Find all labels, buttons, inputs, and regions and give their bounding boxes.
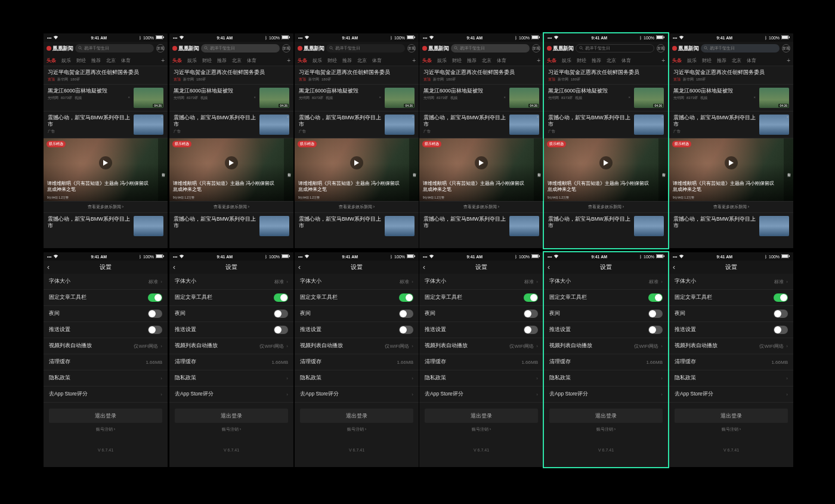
side-strip-label[interactable]: 首察 <box>409 138 419 201</box>
brand-logo[interactable]: 凰凰新闻 <box>422 45 449 52</box>
back-icon[interactable]: ‹ <box>548 263 550 271</box>
add-tab-icon[interactable]: + <box>537 57 540 64</box>
brand-logo[interactable]: 凰凰新闻 <box>47 45 73 52</box>
tab-headlines[interactable]: 头条 <box>422 57 432 64</box>
row-privacy-policy[interactable]: 隐私政策 › <box>44 370 168 386</box>
toggle-fixed-toolbar[interactable] <box>399 293 413 302</box>
article-item[interactable]: 黑龙江6000亩林地疑被毁 光明网 8373评 视频 × 04:26 <box>669 84 793 111</box>
row-autoplay[interactable]: 视频列表自动播放 仅WIFI网络 › <box>295 338 419 354</box>
row-privacy-policy[interactable]: 隐私政策 › <box>669 370 793 386</box>
row-autoplay[interactable]: 视频列表自动播放 仅WIFI网络 › <box>44 338 168 354</box>
back-icon[interactable]: ‹ <box>298 263 301 271</box>
play-icon[interactable] <box>99 156 112 169</box>
featured-video[interactable]: 娱乐精选 谭维维献唱《只有芸知道》主题曲 冯小刚保留叹息成神来之笔 9分钟前 1… <box>44 138 168 201</box>
row-clear-cache[interactable]: 清理缓存 1.66MB <box>669 354 793 370</box>
top-article[interactable]: 习近平电贺金正恩再次任朝鲜国务委员 置顶 新华网 180评 <box>295 66 419 84</box>
more-entertainment-link[interactable]: 查看更多娱乐新闻 › <box>669 201 793 212</box>
toggle-push[interactable] <box>648 326 663 334</box>
brand-logo[interactable]: 凰凰新闻 <box>298 45 324 52</box>
tab-finance[interactable]: 财经 <box>577 57 586 64</box>
toggle-push[interactable] <box>774 326 788 334</box>
article-item[interactable]: 黑龙江6000亩林地疑被毁 光明网 8373评 视频 × 04:26 <box>544 84 668 111</box>
discover-button[interactable]: 发现 <box>532 44 540 52</box>
toggle-fixed-toolbar[interactable] <box>774 293 788 302</box>
discover-button[interactable]: 发现 <box>282 44 290 52</box>
tab-headlines[interactable]: 头条 <box>47 57 56 64</box>
brand-logo[interactable]: 凰凰新闻 <box>172 45 199 52</box>
row-clear-cache[interactable]: 清理缓存 1.66MB <box>544 354 668 370</box>
tab-headlines[interactable]: 头条 <box>172 57 182 64</box>
close-icon[interactable]: × <box>128 95 130 101</box>
toggle-night-mode[interactable] <box>274 310 288 318</box>
article-item[interactable]: 震撼心动，新宝马BMW系列夺目上市 <box>169 212 293 239</box>
more-entertainment-link[interactable]: 查看更多娱乐新闻 › <box>44 201 168 212</box>
article-item[interactable]: 震撼心动，新宝马BMW系列夺目上市 <box>419 212 543 239</box>
side-strip-label[interactable]: 首察 <box>784 138 793 201</box>
row-privacy-policy[interactable]: 隐私政策 › <box>295 370 419 386</box>
tab-beijing[interactable]: 北京 <box>232 57 242 64</box>
tab-finance[interactable]: 财经 <box>452 57 462 64</box>
tab-sports[interactable]: 体育 <box>747 57 756 64</box>
search-input[interactable]: 易洋千玺生日 <box>75 44 154 52</box>
add-tab-icon[interactable]: + <box>787 57 790 64</box>
close-icon[interactable]: × <box>287 115 289 119</box>
row-autoplay[interactable]: 视频列表自动播放 仅WIFI网络 › <box>544 338 668 354</box>
play-icon[interactable] <box>350 156 363 169</box>
tab-headlines[interactable]: 头条 <box>298 57 307 64</box>
side-strip-label[interactable]: 首察 <box>534 138 543 201</box>
add-tab-icon[interactable]: + <box>412 57 416 64</box>
tab-recommend[interactable]: 推荐 <box>217 57 227 64</box>
article-item[interactable]: 震撼心动，新宝马BMW系列夺目上市 广告 × <box>169 111 293 138</box>
logout-button[interactable]: 退出登录 <box>675 409 788 423</box>
logout-button[interactable]: 退出登录 <box>175 409 288 423</box>
featured-video[interactable]: 娱乐精选 谭维维献唱《只有芸知道》主题曲 冯小刚保留叹息成神来之笔 9分钟前 1… <box>544 138 668 201</box>
article-item[interactable]: 黑龙江6000亩林地疑被毁 光明网 8373评 视频 × 04:26 <box>419 84 543 111</box>
tab-entertainment[interactable]: 娱乐 <box>687 57 697 64</box>
featured-video[interactable]: 娱乐精选 谭维维献唱《只有芸知道》主题曲 冯小刚保留叹息成神来之笔 9分钟前 1… <box>169 138 293 201</box>
search-input[interactable]: 易洋千玺生日 <box>451 44 530 52</box>
row-rate-app[interactable]: 去App Store评分 › <box>669 386 793 403</box>
row-rate-app[interactable]: 去App Store评分 › <box>169 386 293 403</box>
add-tab-icon[interactable]: + <box>287 57 290 64</box>
tab-headlines[interactable]: 头条 <box>672 57 682 64</box>
tab-entertainment[interactable]: 娱乐 <box>313 57 322 64</box>
row-rate-app[interactable]: 去App Store评分 › <box>44 386 168 403</box>
tab-beijing[interactable]: 北京 <box>482 57 491 64</box>
row-rate-app[interactable]: 去App Store评分 › <box>419 386 543 403</box>
featured-video[interactable]: 娱乐精选 谭维维献唱《只有芸知道》主题曲 冯小刚保留叹息成神来之笔 9分钟前 1… <box>419 138 543 201</box>
tab-sports[interactable]: 体育 <box>121 57 131 64</box>
tab-recommend[interactable]: 推荐 <box>592 57 601 64</box>
close-icon[interactable]: × <box>537 115 539 119</box>
toggle-push[interactable] <box>148 326 162 334</box>
tab-beijing[interactable]: 北京 <box>607 57 616 64</box>
article-item[interactable]: 震撼心动，新宝马BMW系列夺目上市 广告 × <box>44 111 168 138</box>
row-font-size[interactable]: 字体大小 标准 › <box>295 274 419 290</box>
tab-finance[interactable]: 财经 <box>202 57 212 64</box>
top-article[interactable]: 习近平电贺金正恩再次任朝鲜国务委员 置顶 新华网 180评 <box>669 66 793 84</box>
close-icon[interactable]: × <box>161 115 163 119</box>
toggle-push[interactable] <box>524 326 538 334</box>
article-item[interactable]: 震撼心动，新宝马BMW系列夺目上市 广告 × <box>669 111 793 138</box>
tab-beijing[interactable]: 北京 <box>106 57 116 64</box>
side-strip-label[interactable]: 首察 <box>284 138 293 201</box>
add-tab-icon[interactable]: + <box>161 57 165 64</box>
search-input[interactable]: 易洋千玺生日 <box>201 44 280 52</box>
toggle-push[interactable] <box>274 326 288 334</box>
row-rate-app[interactable]: 去App Store评分 › <box>544 386 668 403</box>
article-item[interactable]: 震撼心动，新宝马BMW系列夺目上市 <box>669 212 793 239</box>
row-font-size[interactable]: 字体大小 标准 › <box>419 274 543 290</box>
row-autoplay[interactable]: 视频列表自动播放 仅WIFI网络 › <box>419 338 543 354</box>
close-icon[interactable]: × <box>379 95 381 101</box>
row-autoplay[interactable]: 视频列表自动播放 仅WIFI网络 › <box>169 338 293 354</box>
more-entertainment-link[interactable]: 查看更多娱乐新闻 › <box>419 201 543 212</box>
deactivate-link[interactable]: 账号注销 › <box>169 426 293 432</box>
toggle-fixed-toolbar[interactable] <box>524 293 538 302</box>
tab-sports[interactable]: 体育 <box>247 57 256 64</box>
brand-logo[interactable]: 凰凰新闻 <box>672 45 698 52</box>
tab-entertainment[interactable]: 娱乐 <box>562 57 571 64</box>
article-item[interactable]: 震撼心动，新宝马BMW系列夺目上市 广告 × <box>295 111 419 138</box>
logout-button[interactable]: 退出登录 <box>49 409 162 423</box>
logout-button[interactable]: 退出登录 <box>549 409 663 423</box>
row-font-size[interactable]: 字体大小 标准 › <box>669 274 793 290</box>
article-item[interactable]: 震撼心动，新宝马BMW系列夺目上市 <box>544 212 668 239</box>
